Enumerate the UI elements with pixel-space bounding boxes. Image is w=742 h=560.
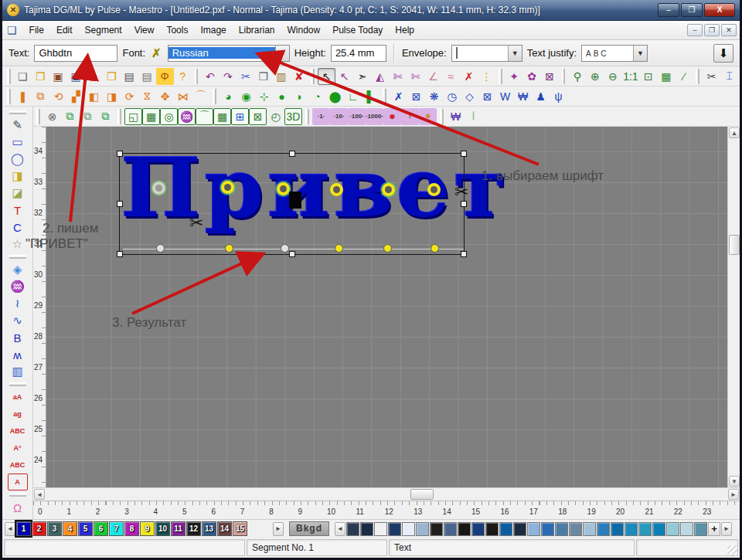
partial-fill-icon[interactable]: ◔ — [308, 88, 326, 105]
background-color-swatch[interactable] — [680, 522, 693, 536]
font-combobox[interactable]: Russian ▼ — [168, 45, 290, 62]
monogram-text-icon[interactable]: A° — [8, 440, 28, 456]
stand-icon[interactable]: ψ — [550, 88, 567, 105]
menu-item[interactable]: View — [128, 22, 161, 38]
clock-icon[interactable]: ◴ — [267, 108, 284, 125]
hide-icon[interactable]: ⊗ — [43, 108, 61, 125]
toolbar-grip[interactable] — [7, 89, 11, 104]
envelope-combobox[interactable]: ▼ — [451, 45, 522, 62]
background-color-swatch[interactable] — [471, 522, 485, 536]
stitch-marker[interactable] — [385, 186, 392, 193]
new-icon[interactable]: ❏ — [14, 68, 32, 85]
background-color-swatch[interactable] — [360, 522, 373, 536]
baseline-node[interactable] — [281, 244, 289, 253]
slice-tool-icon[interactable]: ∠ — [424, 68, 442, 85]
bkgd-scroll-right-icon[interactable]: ► — [721, 522, 732, 536]
toolbar-grip[interactable] — [9, 255, 26, 259]
fit-window-icon[interactable]: ⊡ — [639, 68, 657, 85]
selection-handle[interactable] — [461, 151, 467, 157]
stitch-marker[interactable] — [431, 186, 437, 193]
trim-icon[interactable]: ✗ — [390, 88, 407, 105]
background-color-swatch[interactable] — [374, 522, 387, 536]
sequence-icon[interactable]: ▞ — [67, 88, 85, 105]
grid-dots-icon[interactable]: ▦ — [142, 108, 160, 125]
menu-item[interactable]: Image — [194, 22, 232, 38]
send-back-icon[interactable]: ◨ — [103, 88, 121, 105]
thread-color-swatch[interactable]: 14 — [217, 521, 232, 536]
background-color-swatch[interactable] — [402, 522, 415, 536]
toolbar-grip[interactable] — [195, 69, 199, 84]
end-design-icon[interactable]: ⊠ — [478, 88, 496, 105]
boxed-a-text-icon[interactable]: A — [8, 473, 28, 490]
toolbar-grip[interactable] — [7, 69, 11, 84]
insert-design-icon[interactable]: ✦ — [85, 68, 103, 85]
flower-point-icon[interactable]: ❀ — [419, 108, 437, 125]
stitch-marker[interactable] — [333, 186, 340, 193]
add-color-button[interactable]: + — [708, 522, 720, 536]
column-stitch-icon[interactable]: ♒ — [8, 278, 28, 295]
chevron-down-icon[interactable]: ▼ — [508, 46, 522, 61]
stitch-view-icon[interactable]: ♒ — [178, 108, 196, 125]
rectangle-tool-icon[interactable]: ▭ — [8, 134, 28, 151]
background-color-swatch[interactable] — [458, 522, 471, 536]
scroll-right-icon[interactable]: ► — [728, 489, 739, 500]
center-icon[interactable]: ✥ — [156, 88, 174, 105]
undo-icon[interactable]: ↶ — [201, 68, 219, 85]
toolbar-grip[interactable] — [117, 109, 121, 124]
outline-edit-icon[interactable]: ◭ — [371, 68, 389, 85]
selection-handle[interactable] — [117, 201, 123, 207]
bezier-stitch-icon[interactable]: ≀ — [8, 295, 28, 312]
background-color-swatch[interactable] — [388, 522, 401, 536]
applique-tool-icon[interactable]: ◈ — [8, 261, 28, 278]
bracket-icon[interactable]: ⦚ — [465, 108, 482, 125]
background-color-swatch[interactable] — [611, 522, 624, 536]
toolbar-grip[interactable] — [499, 69, 502, 84]
zoom-view-icon[interactable]: ◎ — [160, 108, 178, 125]
threed-icon[interactable]: 3D — [284, 108, 302, 125]
actual-size-icon[interactable]: 1:1 — [621, 68, 639, 85]
stitch-start-marker[interactable] — [155, 185, 162, 192]
design-canvas[interactable]: Привет — [46, 127, 727, 487]
jump-stitch-icon[interactable]: ⊹ — [255, 88, 273, 105]
paste-icon[interactable]: ▥ — [272, 68, 290, 85]
thread-color-swatch[interactable]: 5 — [78, 521, 93, 536]
vertical-scroll-thumb[interactable] — [729, 235, 740, 255]
curve-view-icon[interactable]: ⌒ — [196, 108, 213, 125]
thread-color-swatch[interactable]: 10 — [155, 521, 170, 536]
punch-delete-icon[interactable]: ⊠ — [541, 68, 559, 85]
bold-b-icon[interactable]: B — [8, 329, 28, 346]
mirror-h-icon[interactable]: ⋈ — [174, 88, 192, 105]
background-color-swatch[interactable] — [416, 522, 429, 536]
menu-item[interactable]: Pulse Today — [326, 22, 389, 38]
stitch-marker[interactable] — [224, 184, 231, 191]
block-text-icon[interactable]: ABC — [8, 456, 28, 473]
stitch-edit2-icon[interactable]: ✄ — [407, 68, 424, 85]
maximize-button[interactable]: ❐ — [681, 3, 703, 17]
box-trim-icon[interactable]: ⊠ — [407, 88, 425, 105]
toolbar-grip[interactable] — [440, 109, 444, 124]
bean-stitch-icon[interactable]: ◉ — [237, 88, 255, 105]
rotate-copy-icon[interactable]: ⟲ — [49, 88, 67, 105]
zoom-in-icon[interactable]: ⊕ — [586, 68, 604, 85]
background-color-swatch[interactable] — [652, 522, 665, 536]
bkgd-scroll-left-icon[interactable]: ◄ — [335, 522, 345, 536]
thread-color-swatch[interactable]: 8 — [124, 521, 139, 536]
small-caps-text-icon[interactable]: aA — [8, 389, 28, 406]
toolbar-grip[interactable] — [562, 69, 566, 84]
background-button[interactable]: Bkgd — [289, 521, 329, 536]
text-input[interactable]: Ghbdtn — [34, 45, 117, 62]
background-color-swatch[interactable] — [527, 522, 540, 536]
background-color-swatch[interactable] — [666, 522, 679, 536]
background-color-swatch[interactable] — [625, 522, 638, 536]
point-select-icon[interactable]: ➣ — [353, 68, 371, 85]
menu-item[interactable]: File — [23, 22, 50, 38]
select-tool-icon[interactable]: ↖ — [318, 68, 335, 85]
baseline-node[interactable] — [431, 244, 439, 253]
thread-color-swatch[interactable]: 2 — [32, 521, 46, 536]
rotate-icon[interactable]: ⟳ — [121, 88, 138, 105]
toolbar-grip[interactable] — [9, 110, 26, 114]
selection-handle[interactable] — [117, 251, 123, 257]
open-outline-icon[interactable]: ❒ — [103, 68, 121, 85]
background-color-swatch[interactable] — [694, 522, 707, 536]
menu-item[interactable]: Window — [281, 22, 327, 38]
